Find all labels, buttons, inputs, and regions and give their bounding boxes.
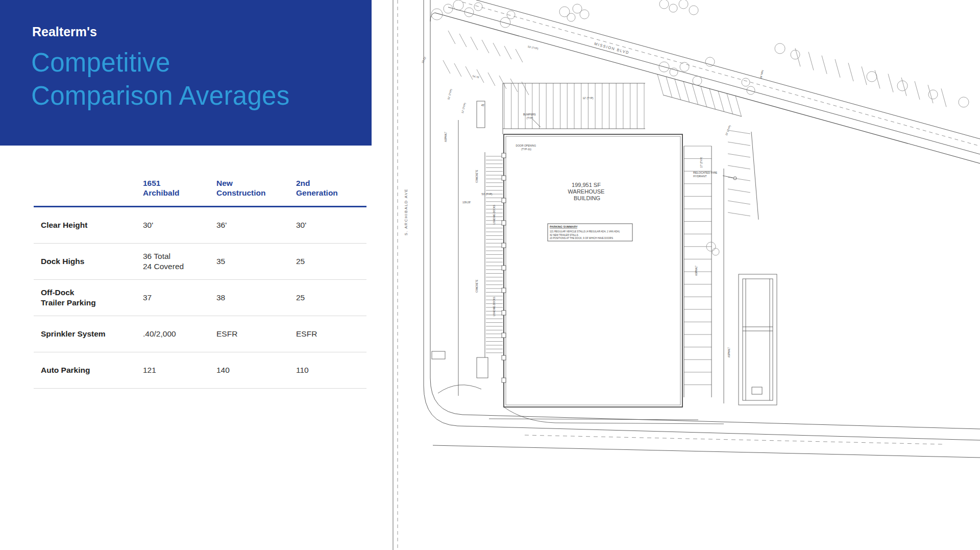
eyebrow-text: Realterm's (32, 25, 97, 39)
cell-value: 30' (296, 220, 366, 230)
tree-icon (559, 7, 570, 17)
tree-icon (670, 68, 678, 76)
row-label: Dock Highs (34, 256, 143, 267)
tree-icon (747, 86, 755, 94)
table-row: Sprinkler System .40/2,000 ESFR ESFR (34, 316, 366, 352)
texture-label: ASPHALT (445, 132, 447, 142)
tree-icon (659, 0, 669, 9)
header-block: Realterm's Competitive Comparison Averag… (0, 0, 372, 146)
tree-icon (742, 78, 750, 86)
tree-icon (474, 3, 482, 11)
parking-summary-line: 42 NEW TRAILER STALLS (550, 234, 578, 236)
cell-value: 30' (143, 220, 216, 230)
column-header-1651-archibald: 1651 Archibald (143, 179, 216, 198)
tree-icon (689, 6, 698, 15)
cell-value: ESFR (216, 329, 296, 339)
texture-label: ASPHALT (728, 347, 730, 357)
dimension-label: 45' (481, 104, 485, 107)
tree-icon (567, 13, 575, 21)
parking-summary-line: 23 POSITIONS AT THE DOCK, 9 OF WHICH HAV… (550, 237, 613, 240)
texture-label: LOADING DOCKS (493, 205, 496, 224)
street-label-archibald-ave: S. ARCHIBALD AVE (404, 188, 408, 235)
cell-value: 25 (296, 256, 366, 267)
fire-hydrant-label: RELOCATED FIRE HYDRANT (693, 171, 718, 178)
comparison-table: 1651 Archibald New Construction 2nd Gene… (34, 179, 366, 389)
table-row: Dock Highs 36 Total 24 Covered 35 25 (34, 244, 366, 280)
fire-hydrant-leader (723, 176, 733, 178)
slide-panel: Realterm's Competitive Comparison Averag… (0, 0, 385, 550)
dimension-label: 12' (TYP) (583, 97, 594, 100)
tree-icon (679, 0, 688, 9)
cell-value: 121 (143, 365, 216, 375)
tree-icon (867, 71, 877, 82)
tree-icon (928, 90, 938, 99)
cell-value: 36' (216, 220, 296, 230)
cell-value: 110 (296, 365, 366, 375)
cell-value: ESFR (296, 329, 366, 339)
texture-label: CONCRETE (476, 170, 478, 182)
dimension-label: 139.28' (462, 201, 471, 204)
cell-value: .40/2,000 (143, 329, 216, 339)
tree-icon (705, 57, 715, 66)
tree-icon (669, 4, 677, 12)
cell-value: 25 (296, 293, 366, 303)
dimension-label: 54.76' (472, 75, 479, 79)
dimension-label: 12' (TYP) (460, 102, 466, 113)
cell-value: 36 Total 24 Covered (143, 251, 216, 272)
tree-icon (680, 62, 689, 71)
tree-icon (453, 0, 463, 10)
cell-value: 38 (216, 293, 296, 303)
site-plan-panel: MISSION BLVD S. ARCHIBALD AVE 199,951 SF… (372, 0, 980, 550)
table-row: Off-Dock Trailer Parking 37 38 25 (34, 280, 366, 316)
parking-summary-box: PARKING SUMMARY 121 REGULAR VEHICLE STAL… (548, 224, 632, 241)
tree-icon (444, 4, 453, 13)
texture-label: LOADING DOCKS (493, 297, 496, 316)
site-plan: MISSION BLVD S. ARCHIBALD AVE 199,951 SF… (372, 0, 980, 550)
tree-icon (959, 97, 969, 107)
cell-value: 35 (216, 256, 296, 267)
tree-icon (500, 17, 510, 28)
warehouse-building (502, 134, 682, 407)
dimension-label: 17' (TYP) (700, 157, 703, 168)
parking-summary-title: PARKING SUMMARY (550, 225, 578, 228)
column-header-new-construction: New Construction (216, 179, 296, 198)
tree-icon (897, 81, 908, 91)
dimension-label: 12' (TYP) (724, 125, 731, 136)
tree-icon (712, 248, 719, 255)
texture-label: ASPHALT (695, 266, 698, 276)
row-label: Auto Parking (34, 365, 143, 375)
roads (393, 0, 980, 550)
texture-label: CONCRETE (476, 279, 478, 292)
dimension-label: 53' (TYP) (528, 45, 539, 50)
row-label: Sprinkler System (34, 329, 143, 339)
row-label: Off-Dock Trailer Parking (34, 288, 143, 308)
dimension-label: 52' (TYP) (447, 88, 452, 100)
tree-icon (791, 50, 800, 59)
cell-value: 37 (143, 293, 216, 303)
dimension-label: 26' MIN (759, 69, 764, 79)
cell-value: 140 (216, 365, 296, 375)
table-row: Clear Height 30' 36' 30' (34, 207, 366, 244)
table-row: Auto Parking 121 140 110 (34, 352, 366, 389)
column-header-2nd-generation: 2nd Generation (296, 179, 366, 198)
parking-summary-line: 121 REGULAR VEHICLE STALLS (4 REGULAR AD… (550, 230, 620, 233)
tree-icon (580, 10, 589, 19)
dimension-label: 15.22' (421, 56, 427, 64)
row-label: Clear Height (34, 220, 143, 230)
table-header-row: 1651 Archibald New Construction 2nd Gene… (34, 179, 366, 207)
page-title: Competitive Comparison Averages (31, 46, 290, 113)
tree-icon (775, 43, 785, 54)
tree-icon (693, 76, 702, 85)
dimension-label: 53' (TYP) (482, 193, 493, 196)
